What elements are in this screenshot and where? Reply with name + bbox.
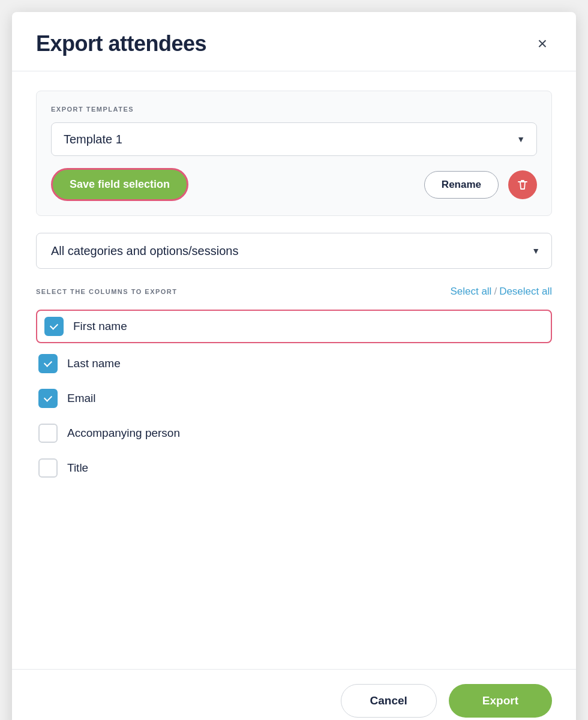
checkbox-list: First name Last name Email Accompanying … bbox=[36, 310, 552, 485]
slash-divider: / bbox=[494, 286, 497, 298]
rename-button[interactable]: Rename bbox=[424, 171, 499, 199]
modal-header: Export attendees × bbox=[12, 12, 576, 71]
select-all-button[interactable]: Select all bbox=[450, 286, 491, 298]
checkbox-label-title: Title bbox=[67, 461, 88, 475]
columns-section-label: SELECT THE COLUMNS TO EXPORT bbox=[36, 288, 178, 295]
delete-button[interactable] bbox=[508, 170, 537, 199]
checkbox-label-email: Email bbox=[67, 392, 96, 405]
columns-section: SELECT THE COLUMNS TO EXPORT Select all … bbox=[36, 286, 552, 485]
checkbox-email[interactable] bbox=[38, 389, 58, 408]
columns-header: SELECT THE COLUMNS TO EXPORT Select all … bbox=[36, 286, 552, 298]
checkbox-first-name[interactable] bbox=[44, 317, 64, 336]
checkbox-last-name[interactable] bbox=[38, 354, 58, 373]
select-actions: Select all / Deselect all bbox=[450, 286, 552, 298]
checkbox-item-title[interactable]: Title bbox=[36, 451, 552, 485]
category-select[interactable]: All categories and options/sessions Cate… bbox=[36, 233, 552, 269]
export-attendees-modal: Export attendees × EXPORT TEMPLATES Temp… bbox=[12, 12, 576, 720]
checkbox-item-first-name[interactable]: First name bbox=[36, 310, 552, 343]
checkbox-item-last-name[interactable]: Last name bbox=[36, 347, 552, 380]
modal-body: EXPORT TEMPLATES Template 1 Template 2 T… bbox=[12, 71, 576, 669]
cancel-button[interactable]: Cancel bbox=[341, 684, 437, 718]
checkbox-label-first-name: First name bbox=[73, 320, 127, 333]
checkbox-label-last-name: Last name bbox=[67, 357, 121, 370]
category-select-wrapper: All categories and options/sessions Cate… bbox=[36, 233, 552, 269]
modal-footer: Cancel Export bbox=[12, 669, 576, 720]
checkbox-accompanying-person[interactable] bbox=[38, 424, 58, 443]
modal-title: Export attendees bbox=[36, 31, 206, 56]
save-field-selection-button[interactable]: Save field selection bbox=[51, 168, 188, 201]
checkbox-item-email[interactable]: Email bbox=[36, 382, 552, 415]
checkbox-label-accompanying-person: Accompanying person bbox=[67, 427, 180, 440]
checkbox-item-accompanying-person[interactable]: Accompanying person bbox=[36, 416, 552, 450]
deselect-all-button[interactable]: Deselect all bbox=[499, 286, 552, 298]
trash-icon bbox=[517, 179, 529, 191]
export-templates-section: EXPORT TEMPLATES Template 1 Template 2 T… bbox=[36, 91, 552, 216]
close-button[interactable]: × bbox=[533, 33, 552, 55]
template-select[interactable]: Template 1 Template 2 Template 3 bbox=[51, 122, 537, 156]
export-templates-label: EXPORT TEMPLATES bbox=[51, 106, 537, 113]
template-actions: Save field selection Rename bbox=[51, 168, 537, 201]
export-button[interactable]: Export bbox=[449, 684, 552, 718]
checkbox-title[interactable] bbox=[38, 458, 58, 478]
template-select-wrapper: Template 1 Template 2 Template 3 ▼ bbox=[51, 122, 537, 156]
